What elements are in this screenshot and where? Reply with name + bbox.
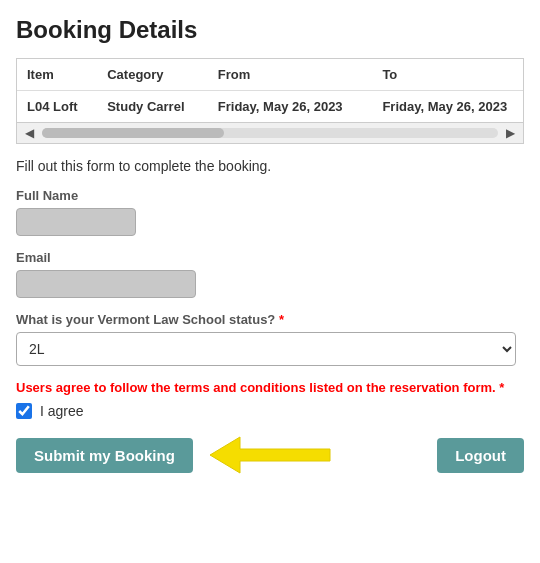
scroll-left-arrow[interactable]: ◀ [21, 126, 38, 140]
submit-area: Submit my Booking [16, 433, 335, 477]
instruction-text: Fill out this form to complete the booki… [16, 158, 524, 174]
status-select[interactable]: 2L 1L 3L Faculty Staff Other [16, 332, 516, 366]
cell-to: Friday, May 26, 2023 [372, 91, 524, 123]
status-group: What is your Vermont Law School status? … [16, 312, 524, 366]
horizontal-scrollbar[interactable]: ◀ ▶ [17, 122, 523, 143]
terms-notice: Users agree to follow the terms and cond… [16, 380, 524, 395]
agree-label[interactable]: I agree [40, 403, 84, 419]
email-group: Email [16, 250, 524, 298]
col-to: To [372, 59, 524, 91]
scrollbar-thumb [42, 128, 224, 138]
col-category: Category [97, 59, 208, 91]
submit-button[interactable]: Submit my Booking [16, 438, 193, 473]
col-from: From [208, 59, 373, 91]
button-row: Submit my Booking Logout [16, 433, 524, 477]
page-title: Booking Details [16, 16, 524, 44]
svg-marker-0 [210, 437, 330, 473]
fullname-label: Full Name [16, 188, 524, 203]
col-item: Item [17, 59, 97, 91]
email-label: Email [16, 250, 524, 265]
cell-item: L04 Loft [17, 91, 97, 123]
booking-table: Item Category From To L04 Loft Study Car… [16, 58, 524, 144]
fullname-group: Full Name [16, 188, 524, 236]
required-star: * [279, 312, 284, 327]
agree-row: I agree [16, 403, 524, 419]
scroll-right-arrow[interactable]: ▶ [502, 126, 519, 140]
email-input[interactable] [16, 270, 196, 298]
arrow-svg [205, 433, 335, 477]
agree-checkbox[interactable] [16, 403, 32, 419]
logout-button[interactable]: Logout [437, 438, 524, 473]
table-row: L04 Loft Study Carrel Friday, May 26, 20… [17, 91, 524, 123]
cell-from: Friday, May 26, 2023 [208, 91, 373, 123]
arrow-graphic [205, 433, 335, 477]
fullname-input[interactable] [16, 208, 136, 236]
status-label: What is your Vermont Law School status? … [16, 312, 524, 327]
scrollbar-track[interactable] [42, 128, 498, 138]
cell-category: Study Carrel [97, 91, 208, 123]
